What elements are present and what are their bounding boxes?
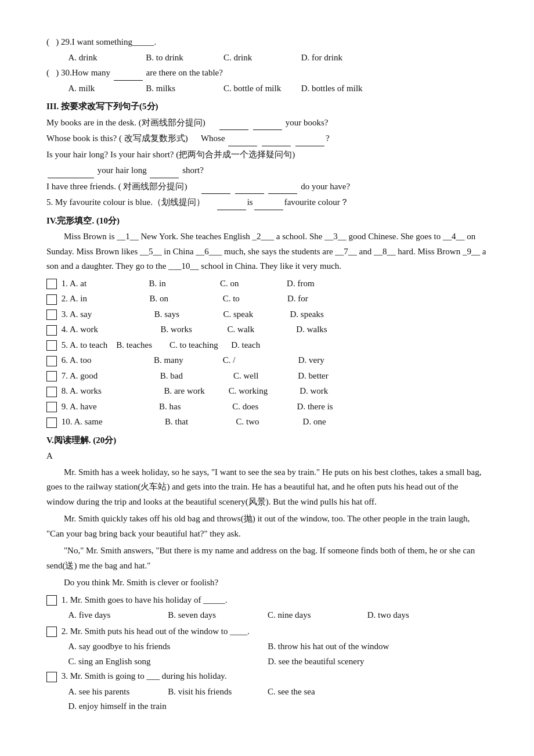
s3q1-blank1 xyxy=(219,129,248,130)
s4-bracket5 xyxy=(46,340,57,351)
s3q3-blank2 xyxy=(150,178,179,178)
s3q4-blank3 xyxy=(268,193,297,194)
section3-header: III. 按要求改写下列句子(5分) xyxy=(46,99,488,114)
s4-item6: 6. A. too B. many C. / D. very xyxy=(46,353,488,368)
q29-opt-a: A. drink xyxy=(68,51,138,66)
q30-opt-d: D. bottles of milk xyxy=(301,81,371,96)
s5-q1-options: A. five days B. seven days C. nine days … xyxy=(46,608,488,623)
section4-passage: Miss Brown is __1__ New York. She teache… xyxy=(46,229,488,274)
q30-opt-c: C. bottle of milk xyxy=(223,81,293,96)
section5-sublabel: A xyxy=(46,449,488,464)
section3-q1: My books are in the desk. (对画线部分提问) your… xyxy=(46,116,488,131)
section3-q3-instruction: Is your hair long? Is your hair short? (… xyxy=(46,147,488,163)
s3q3-blank1 xyxy=(48,178,94,178)
s5-q2-options: A. say goodbye to his friends B. throw h… xyxy=(46,639,488,654)
section3-q2: Whose book is this? ( 改写成复数形式) Whose ? xyxy=(46,131,488,146)
s4-bracket7 xyxy=(46,371,57,381)
q29-opt-b: B. to drink xyxy=(146,51,215,66)
section3-q5: 5. My favourite colour is blue.（划线提问） is… xyxy=(46,195,488,210)
s4-item10: 10. A. same B. that C. two D. one xyxy=(46,415,488,430)
s5-q2-bracket xyxy=(46,627,57,637)
s4-item1: 1. A. at B. in C. on D. from xyxy=(46,276,488,291)
s4-bracket9 xyxy=(46,402,57,412)
s5-q3-options: A. see his parents B. visit his friends … xyxy=(46,685,488,714)
s4-bracket3 xyxy=(46,309,57,320)
section4-header: IV.完形填空. (10分) xyxy=(46,214,488,229)
s5-q1-stem: 1. Mr. Smith goes to have his holiday of… xyxy=(46,593,488,608)
s4-item7: 7. A. good B. bad C. well D. better xyxy=(46,369,488,384)
q30-opt-a: A. milk xyxy=(68,81,138,96)
section5-header: V.阅读理解. (20分) xyxy=(46,433,488,448)
s5-q2-stem: 2. Mr. Smith puts his head out of the wi… xyxy=(46,624,488,639)
question-29: ( ) 29.I want something_____. xyxy=(46,35,488,50)
s4-item8: 8. A. works B. are work C. working D. wo… xyxy=(46,384,488,399)
q30-opt-b: B. milks xyxy=(146,81,215,96)
q29-opt-c: C. drink xyxy=(223,51,293,66)
s3q2-blank2 xyxy=(262,146,291,146)
s4-bracket2 xyxy=(46,294,57,305)
section3-q4: I have three friends. ( 对画线部分提问) do your… xyxy=(46,179,488,195)
s5-q2-options-row2: C. sing an English song D. see the beaut… xyxy=(46,654,488,669)
s4-item4: 4. A. work B. works C. walk D. walks xyxy=(46,322,488,337)
q29-options: A. drink B. to drink C. drink D. for dri… xyxy=(46,51,488,66)
section5-para4: Do you think Mr. Smith is clever or fool… xyxy=(46,575,488,591)
q30-stem: ( ) 30.How many are there on the table? xyxy=(46,68,223,77)
section5-para3: "No," Mr. Smith answers, "But there is m… xyxy=(46,543,488,573)
s3q5-blank2 xyxy=(254,210,283,210)
s4-bracket6 xyxy=(46,356,57,366)
s4-item2: 2. A. in B. on C. to D. for xyxy=(46,291,488,307)
s4-item3: 3. A. say B. says C. speak D. speaks xyxy=(46,307,488,322)
q30-options: A. milk B. milks C. bottle of milk D. bo… xyxy=(46,81,488,96)
s3q1-blank2 xyxy=(253,129,282,130)
s3q2-blank1 xyxy=(228,146,257,146)
s4-bracket10 xyxy=(46,417,57,428)
s4-bracket1 xyxy=(46,279,57,289)
q29-stem: ( ) 29.I want something_____. xyxy=(46,37,156,46)
s5-q3-stem: 3. Mr. Smith is going to ___ during his … xyxy=(46,669,488,684)
question-30: ( ) 30.How many are there on the table? xyxy=(46,66,488,81)
section5-para1: Mr. Smith has a week holiday, so he says… xyxy=(46,465,488,510)
s3q5-blank1 xyxy=(217,210,246,210)
s5-q1-bracket xyxy=(46,595,57,606)
s4-item9: 9. A. have B. has C. does D. there is xyxy=(46,399,488,415)
s3q4-blank1 xyxy=(201,193,230,194)
section5-para2: Mr. Smith quickly takes off his old bag … xyxy=(46,512,488,541)
section3-q3-answer: your hair long short? xyxy=(46,163,488,178)
q30-blank xyxy=(114,80,143,81)
q29-opt-d: D. for drink xyxy=(301,51,371,66)
s3q2-blank3 xyxy=(295,146,324,146)
s4-item5: 5. A. to teach B. teaches C. to teaching… xyxy=(46,338,488,353)
s4-bracket8 xyxy=(46,387,57,397)
s3q4-blank2 xyxy=(235,193,264,194)
s4-bracket4 xyxy=(46,325,57,336)
s5-q3-bracket xyxy=(46,672,57,682)
